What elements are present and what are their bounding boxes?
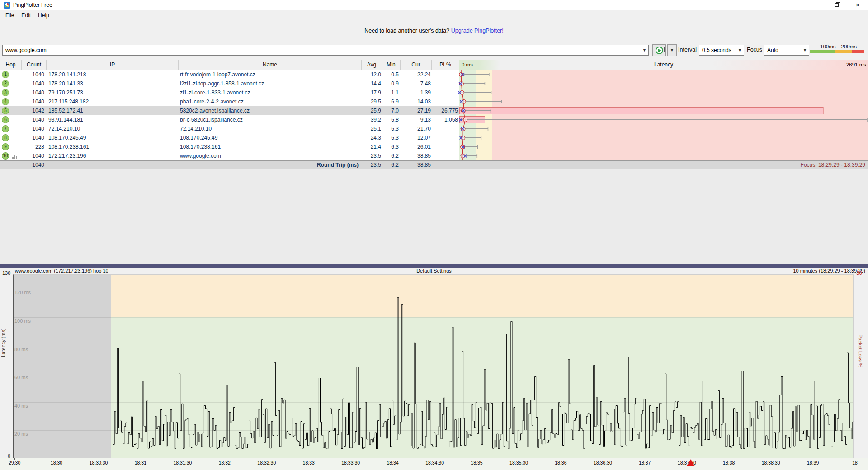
hop-number-badge: 3 <box>2 89 9 96</box>
time-tick-label: 18:34 <box>370 460 415 465</box>
hop-number-badge: 5 <box>2 107 9 114</box>
cell-ip: 217.115.248.182 <box>48 97 177 106</box>
timeline-header: www.google.com (172.217.23.196) hop 10 D… <box>0 268 868 274</box>
menu-help[interactable]: Help <box>34 11 53 19</box>
minimize-button[interactable] <box>806 0 826 10</box>
cell-pl: 1.058 <box>427 115 458 124</box>
hop-number-badge: 6 <box>2 116 9 123</box>
interval-combobox[interactable]: 0.5 seconds ▼ <box>699 45 744 56</box>
cell-count: 1040 <box>18 151 44 160</box>
cell-count: 1040 <box>18 70 44 79</box>
column-header-pl[interactable]: PL% <box>432 60 459 70</box>
y-axis-max: 130 <box>2 270 10 276</box>
cell-pl <box>427 97 458 106</box>
packet-loss-axis-title: Packet Loss % <box>858 334 863 367</box>
cell-ip: 172.217.23.196 <box>48 151 177 160</box>
cell-cur: 9.13 <box>400 115 431 124</box>
column-header-hop[interactable]: Hop <box>0 60 22 70</box>
time-tick-label: 18:31 <box>118 460 163 465</box>
latency-scale-legend: 100ms 200ms <box>810 44 864 53</box>
interval-label: Interval <box>678 47 697 53</box>
focus-value: Auto <box>767 47 778 53</box>
cell-count: 228 <box>18 142 44 151</box>
round-trip-count: 1040 <box>18 161 44 170</box>
latency-scale-max: 2691 ms <box>846 60 866 70</box>
pane-splitter[interactable] <box>0 264 868 268</box>
time-tick-label: 29:30 <box>0 460 37 465</box>
chevron-down-icon[interactable]: ▼ <box>642 45 646 55</box>
chevron-down-icon[interactable]: ▼ <box>803 45 807 55</box>
cell-min: 6.2 <box>381 151 399 160</box>
hop-number-badge: 8 <box>2 134 9 141</box>
time-tick-label: 18:39 <box>790 460 835 465</box>
latency-trace-line <box>14 275 854 459</box>
cell-pl <box>427 133 458 142</box>
trace-table-header: Hop Count IP Name Avg Min Cur PL% 0 ms L… <box>0 60 868 70</box>
upgrade-link[interactable]: Upgrade PingPlotter! <box>451 28 504 34</box>
trace-table-body: 11040178.20.141.218rt-fr-vodojem-1-loop7… <box>0 70 868 160</box>
column-header-min[interactable]: Min <box>382 60 401 70</box>
cell-ip: 72.14.210.10 <box>48 124 177 133</box>
cell-name: br-c-5820c1.ispalliance.cz <box>180 115 361 124</box>
restore-button[interactable] <box>826 0 847 10</box>
menu-edit[interactable]: Edit <box>18 11 34 19</box>
cell-avg: 14.4 <box>356 79 381 88</box>
focus-combobox[interactable]: Auto ▼ <box>764 45 809 56</box>
column-header-avg[interactable]: Avg <box>362 60 382 70</box>
latency-color-scale <box>810 50 864 53</box>
cell-cur: 26.01 <box>400 142 431 151</box>
latency-column-header[interactable]: 0 ms Latency 2691 ms <box>459 60 868 70</box>
cell-name: 5820c2-avonet.ispalliance.cz <box>180 106 361 115</box>
timeline-settings-label: Default Settings <box>0 268 868 273</box>
menu-file[interactable]: File <box>2 11 18 19</box>
play-icon <box>656 47 663 54</box>
target-value: www.google.com <box>5 47 47 53</box>
cell-ip: 185.52.172.41 <box>48 106 177 115</box>
cell-ip: 93.91.144.181 <box>48 115 177 124</box>
cell-pl: 26.775 <box>427 106 458 115</box>
close-button[interactable]: × <box>847 0 868 10</box>
cell-pl <box>427 88 458 97</box>
chevron-down-icon[interactable]: ▼ <box>738 45 742 55</box>
cell-avg: 24.3 <box>356 133 381 142</box>
minimize-icon <box>814 5 818 5</box>
timeline-range-label[interactable]: 10 minutes (18:29:29 - 18:39:29) <box>793 268 865 273</box>
latency-minigraph <box>459 70 868 160</box>
column-header-count[interactable]: Count <box>22 60 47 70</box>
cell-count: 1040 <box>18 79 44 88</box>
cell-min: 6.3 <box>381 142 399 151</box>
latency-timeline-plot[interactable]: 120 ms100 ms80 ms60 ms40 ms20 ms <box>13 274 854 458</box>
cell-pl <box>427 70 458 79</box>
time-tick-label: 18:32:30 <box>244 460 289 465</box>
cell-cur: 22.24 <box>400 70 431 79</box>
cell-cur: 38.85 <box>400 151 431 160</box>
column-header-name[interactable]: Name <box>179 60 362 70</box>
time-tick-label: 18:30:30 <box>76 460 121 465</box>
cell-name: zl1-zl-core-1-833-1.avonet.cz <box>180 88 361 97</box>
time-tick-label: 18:38:30 <box>748 460 793 465</box>
start-trace-dropdown[interactable]: ▼ <box>667 44 677 56</box>
cell-count: 1042 <box>18 106 44 115</box>
packet-loss-axis-max: 30 <box>856 270 862 276</box>
time-tick-label: 18:37 <box>622 460 667 465</box>
time-tick-label: 18 <box>832 460 868 465</box>
column-header-ip[interactable]: IP <box>47 60 179 70</box>
interval-value: 0.5 seconds <box>702 47 731 53</box>
target-combobox[interactable]: www.google.com ▼ <box>2 45 649 56</box>
y-axis-title: Latency (ms) <box>0 328 6 357</box>
round-trip-cur: 38.85 <box>400 161 431 170</box>
cell-pl <box>427 124 458 133</box>
time-tick-label: 18:38 <box>706 460 751 465</box>
cell-min: 6.3 <box>381 133 399 142</box>
round-trip-avg: 23.5 <box>356 161 381 170</box>
column-header-cur[interactable]: Cur <box>401 60 432 70</box>
time-tick-label: 18:35:30 <box>496 460 542 465</box>
cell-cur: 21.70 <box>400 124 431 133</box>
hop-number-badge: 4 <box>2 98 9 105</box>
cell-pl <box>427 79 458 88</box>
focus-position-marker[interactable] <box>687 459 695 466</box>
round-trip-min: 6.2 <box>381 161 399 170</box>
title-bar: PingPlotter Free × <box>0 0 868 10</box>
start-trace-button[interactable] <box>652 44 666 56</box>
time-tick-label: 18:36:30 <box>580 460 625 465</box>
